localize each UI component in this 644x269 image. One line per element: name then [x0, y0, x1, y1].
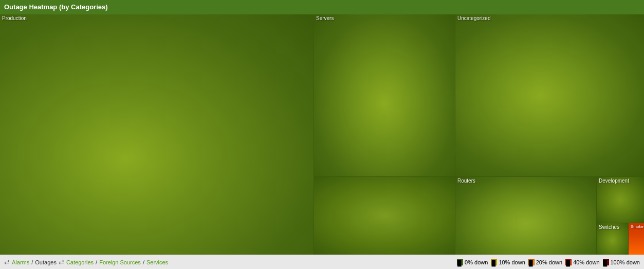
outages-text: Outages: [35, 259, 57, 265]
label-smoke: Smoke: [631, 224, 643, 229]
legend-10down: █ 10% down: [491, 259, 525, 265]
block-uncategorized[interactable]: Uncategorized: [455, 14, 644, 176]
sep3: /: [143, 259, 144, 265]
block-development[interactable]: Development: [596, 176, 644, 223]
services-link[interactable]: Services: [146, 259, 168, 265]
footer-bar: ⇄ Alarms / Outages ⇄ Categories / Foreig…: [0, 255, 644, 269]
heatmap-title: Outage Heatmap (by Categories): [4, 3, 108, 11]
swatch-10down: █: [491, 259, 497, 265]
legend-40down: █ 40% down: [565, 259, 599, 265]
legend-label-10down: 10% down: [499, 259, 525, 265]
block-routers[interactable]: Routers: [455, 176, 596, 255]
block-smoke[interactable]: Smoke: [628, 223, 644, 255]
swatch-40down: █: [565, 259, 572, 265]
legend-label-20down: 20% down: [536, 259, 562, 265]
block-servers[interactable]: Servers: [314, 14, 455, 176]
legend-label-40down: 40% down: [573, 259, 599, 265]
sep1: /: [31, 259, 33, 265]
block-switches[interactable]: Switches: [596, 223, 628, 255]
swatch-20down: █: [528, 259, 535, 265]
block-production[interactable]: Production: [0, 14, 314, 255]
foreign-sources-link[interactable]: Foreign Sources: [99, 259, 141, 265]
label-servers: Servers: [316, 15, 334, 21]
label-development: Development: [599, 178, 629, 184]
heatmap-area: Production Servers Uncategorized Routers…: [0, 14, 644, 255]
label-production: Production: [2, 15, 27, 21]
legend-100down: █ 100% down: [603, 259, 640, 265]
footer-nav: ⇄ Alarms / Outages ⇄ Categories / Foreig…: [4, 258, 168, 266]
legend-label-100down: 100% down: [611, 259, 640, 265]
legend-20down: █ 20% down: [528, 259, 562, 265]
label-routers: Routers: [457, 178, 475, 184]
sep2: /: [96, 259, 97, 265]
legend-area: █ 0% down █ 10% down █ 20% down █ 40% do…: [457, 259, 640, 265]
block-servers-bottom[interactable]: [314, 176, 455, 255]
refresh-icon[interactable]: ⇄: [4, 258, 10, 266]
label-switches: Switches: [599, 224, 619, 230]
alarms-link[interactable]: Alarms: [12, 259, 29, 265]
label-uncategorized: Uncategorized: [457, 15, 490, 21]
categories-link[interactable]: Categories: [66, 259, 94, 265]
app: Outage Heatmap (by Categories) Productio…: [0, 0, 644, 269]
legend-0down: █ 0% down: [457, 259, 488, 265]
legend-label-0down: 0% down: [465, 259, 488, 265]
refresh-icon-2[interactable]: ⇄: [59, 258, 64, 266]
swatch-100down: █: [603, 259, 609, 265]
heatmap-header: Outage Heatmap (by Categories): [0, 0, 644, 14]
swatch-0down: █: [457, 259, 463, 265]
